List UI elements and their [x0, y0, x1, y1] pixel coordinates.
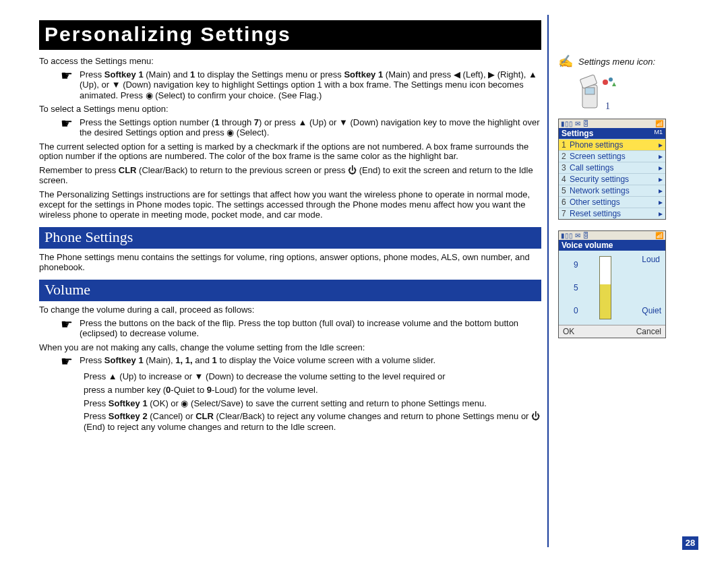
titlebar: Settings M1 — [559, 128, 665, 139]
select-bullet-1: ☛ Press the Settings option number (1 th… — [61, 117, 541, 138]
title-tag: M1 — [654, 129, 663, 138]
label-loud: Loud — [642, 255, 661, 264]
label-9: 9 — [574, 260, 578, 270]
svg-rect-1 — [585, 88, 595, 94]
phone-settings-para: The Phone settings menu contains the set… — [39, 253, 541, 273]
hand-icon: ☛ — [61, 117, 73, 129]
svg-point-3 — [603, 80, 608, 85]
menu-list: 1 Phone settings▸2 Screen settings▸3 Cal… — [559, 139, 665, 219]
page-number: 28 — [682, 536, 698, 550]
vol-sub4: Press Softkey 2 (Cancel) or CLR (Clear/B… — [84, 411, 541, 432]
main-column: Personalizing Settings To access the Set… — [39, 20, 541, 435]
screenshot-settings-menu: ▮▯▯ ✉ 🗄 📶 Settings M1 1 Phone settings▸2… — [558, 119, 666, 220]
select-intro: To select a Settings menu option: — [39, 104, 541, 115]
settings-menu-icon: 1 — [578, 73, 621, 112]
vol-para2: When you are not making any calls, chang… — [39, 343, 541, 353]
label-quiet: Quiet — [642, 306, 661, 315]
volume-slider[interactable] — [599, 256, 611, 319]
signal-icon: ▮▯▯ ✉ 🗄 — [561, 232, 589, 239]
hand-icon: ☛ — [61, 355, 73, 367]
signal-icon: ▮▯▯ ✉ 🗄 — [561, 120, 589, 127]
heading-volume: Volume — [39, 280, 541, 301]
label-5: 5 — [574, 283, 578, 292]
softkey-footer: OK Cancel — [559, 325, 665, 338]
status-icons: 📶 — [655, 232, 663, 239]
para-checkmark: The current selected option for a settin… — [39, 142, 541, 162]
vol-sub2: press a number key (0-Quiet to 9-Loud) f… — [84, 385, 541, 396]
titlebar: Voice volume — [559, 240, 665, 251]
access-bullet-1: ☛ Press Softkey 1 (Main) and 1 to displa… — [61, 69, 541, 100]
vol-bullet-1: ☛ Press the buttons on the back of the f… — [61, 318, 541, 339]
statusbar: ▮▯▯ ✉ 🗄 📶 — [559, 119, 665, 128]
heading-phone-settings: Phone Settings — [39, 227, 541, 249]
vol-para1: To change the volume during a call, proc… — [39, 305, 541, 315]
title-text: Voice volume — [562, 241, 613, 250]
para-personalizing: The Personalizing Settings instructions … — [39, 190, 541, 220]
svg-text:1: 1 — [605, 101, 610, 111]
side-label-row: ✍ Settings menu icon: — [558, 54, 700, 69]
volume-slider-fill — [600, 284, 611, 319]
labels-right: Loud Quiet — [642, 255, 661, 315]
statusbar: ▮▯▯ ✉ 🗄 📶 — [559, 231, 665, 240]
vol-bullet-2: ☛ Press Softkey 1 (Main), 1, 1, and 1 to… — [61, 355, 541, 367]
menu-item[interactable]: 3 Call settings▸ — [559, 162, 665, 173]
vol-bullet-1-text: Press the buttons on the back of the fli… — [80, 318, 541, 339]
menu-item[interactable]: 6 Other settings▸ — [559, 196, 665, 208]
vol-bullet-2-text: Press Softkey 1 (Main), 1, 1, and 1 to d… — [80, 355, 435, 365]
menu-item[interactable]: 1 Phone settings▸ — [559, 139, 665, 150]
select-bullet-1-text: Press the Settings option number (1 thro… — [80, 117, 541, 138]
menu-item[interactable]: 2 Screen settings▸ — [559, 150, 665, 162]
menu-item[interactable]: 7 Reset settings▸ — [559, 208, 665, 219]
access-bullet-1-text: Press Softkey 1 (Main) and 1 to display … — [80, 69, 541, 100]
status-icons: 📶 — [655, 120, 663, 127]
title-text: Settings — [562, 129, 593, 138]
hand-icon: ☛ — [61, 318, 73, 330]
vertical-rule — [547, 15, 549, 547]
svg-point-4 — [609, 77, 613, 82]
labels-left: 9 5 0 — [574, 260, 578, 315]
screenshot-voice-volume: ▮▯▯ ✉ 🗄 📶 Voice volume Loud Quiet 9 5 0 — [558, 230, 666, 338]
side-label: Settings menu icon: — [578, 57, 655, 67]
softkey-ok[interactable]: OK — [563, 327, 574, 336]
para-clr: Remember to press CLR (Clear/Back) to re… — [39, 166, 541, 186]
page-title: Personalizing Settings — [39, 20, 541, 50]
access-intro: To access the Settings menu: — [39, 57, 541, 67]
hand-icon: ☛ — [61, 69, 73, 82]
label-0: 0 — [574, 306, 578, 315]
volume-body: Loud Quiet 9 5 0 — [559, 251, 665, 325]
menu-item[interactable]: 5 Network settings▸ — [559, 185, 665, 196]
side-column: ✍ Settings menu icon: 1 ▮▯▯ ✉ 🗄 📶 Settin… — [558, 54, 700, 349]
vol-sub3: Press Softkey 1 (OK) or ◉ (Select/Save) … — [84, 398, 541, 409]
vol-sub1: Press ▲ (Up) to increase or ▼ (Down) to … — [84, 371, 541, 382]
softkey-cancel[interactable]: Cancel — [636, 327, 661, 336]
menu-item[interactable]: 4 Security settings▸ — [559, 173, 665, 185]
flag-icon: ✍ — [558, 54, 573, 69]
